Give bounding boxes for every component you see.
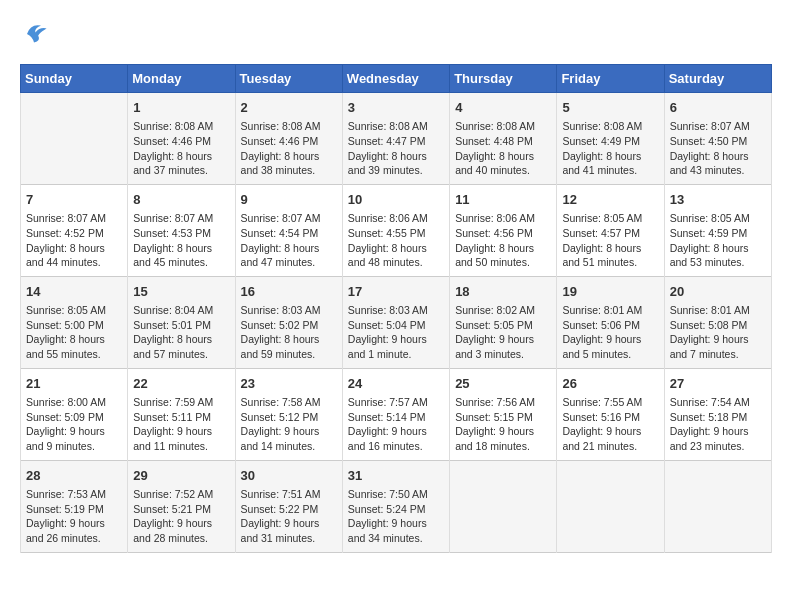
logo-icon: [20, 20, 48, 48]
calendar-cell: 26Sunrise: 7:55 AM Sunset: 5:16 PM Dayli…: [557, 368, 664, 460]
logo: [20, 20, 52, 48]
day-info: Sunrise: 8:07 AM Sunset: 4:53 PM Dayligh…: [133, 211, 229, 270]
day-number: 25: [455, 375, 551, 393]
day-info: Sunrise: 7:51 AM Sunset: 5:22 PM Dayligh…: [241, 487, 337, 546]
calendar-cell: 11Sunrise: 8:06 AM Sunset: 4:56 PM Dayli…: [450, 184, 557, 276]
day-info: Sunrise: 8:08 AM Sunset: 4:49 PM Dayligh…: [562, 119, 658, 178]
calendar-cell: 20Sunrise: 8:01 AM Sunset: 5:08 PM Dayli…: [664, 276, 771, 368]
day-info: Sunrise: 8:02 AM Sunset: 5:05 PM Dayligh…: [455, 303, 551, 362]
day-number: 15: [133, 283, 229, 301]
day-info: Sunrise: 8:07 AM Sunset: 4:50 PM Dayligh…: [670, 119, 766, 178]
calendar-cell: 9Sunrise: 8:07 AM Sunset: 4:54 PM Daylig…: [235, 184, 342, 276]
calendar-table: SundayMondayTuesdayWednesdayThursdayFrid…: [20, 64, 772, 553]
calendar-week-row: 21Sunrise: 8:00 AM Sunset: 5:09 PM Dayli…: [21, 368, 772, 460]
day-info: Sunrise: 7:53 AM Sunset: 5:19 PM Dayligh…: [26, 487, 122, 546]
calendar-cell: 17Sunrise: 8:03 AM Sunset: 5:04 PM Dayli…: [342, 276, 449, 368]
weekday-header-cell: Monday: [128, 65, 235, 93]
day-info: Sunrise: 8:05 AM Sunset: 4:57 PM Dayligh…: [562, 211, 658, 270]
day-info: Sunrise: 8:08 AM Sunset: 4:48 PM Dayligh…: [455, 119, 551, 178]
calendar-cell: 25Sunrise: 7:56 AM Sunset: 5:15 PM Dayli…: [450, 368, 557, 460]
day-info: Sunrise: 8:01 AM Sunset: 5:08 PM Dayligh…: [670, 303, 766, 362]
weekday-header-cell: Thursday: [450, 65, 557, 93]
day-info: Sunrise: 7:52 AM Sunset: 5:21 PM Dayligh…: [133, 487, 229, 546]
day-info: Sunrise: 8:08 AM Sunset: 4:46 PM Dayligh…: [133, 119, 229, 178]
calendar-cell: [450, 460, 557, 552]
calendar-cell: 27Sunrise: 7:54 AM Sunset: 5:18 PM Dayli…: [664, 368, 771, 460]
calendar-week-row: 14Sunrise: 8:05 AM Sunset: 5:00 PM Dayli…: [21, 276, 772, 368]
day-info: Sunrise: 8:05 AM Sunset: 5:00 PM Dayligh…: [26, 303, 122, 362]
calendar-cell: 30Sunrise: 7:51 AM Sunset: 5:22 PM Dayli…: [235, 460, 342, 552]
weekday-header-cell: Wednesday: [342, 65, 449, 93]
day-info: Sunrise: 8:05 AM Sunset: 4:59 PM Dayligh…: [670, 211, 766, 270]
calendar-week-row: 7Sunrise: 8:07 AM Sunset: 4:52 PM Daylig…: [21, 184, 772, 276]
calendar-cell: 14Sunrise: 8:05 AM Sunset: 5:00 PM Dayli…: [21, 276, 128, 368]
calendar-cell: 16Sunrise: 8:03 AM Sunset: 5:02 PM Dayli…: [235, 276, 342, 368]
day-number: 13: [670, 191, 766, 209]
day-info: Sunrise: 8:03 AM Sunset: 5:04 PM Dayligh…: [348, 303, 444, 362]
day-number: 21: [26, 375, 122, 393]
day-info: Sunrise: 7:56 AM Sunset: 5:15 PM Dayligh…: [455, 395, 551, 454]
calendar-cell: 2Sunrise: 8:08 AM Sunset: 4:46 PM Daylig…: [235, 93, 342, 185]
calendar-cell: 24Sunrise: 7:57 AM Sunset: 5:14 PM Dayli…: [342, 368, 449, 460]
day-info: Sunrise: 8:08 AM Sunset: 4:46 PM Dayligh…: [241, 119, 337, 178]
day-info: Sunrise: 7:50 AM Sunset: 5:24 PM Dayligh…: [348, 487, 444, 546]
day-info: Sunrise: 8:06 AM Sunset: 4:56 PM Dayligh…: [455, 211, 551, 270]
weekday-header-cell: Friday: [557, 65, 664, 93]
day-number: 1: [133, 99, 229, 117]
calendar-cell: 31Sunrise: 7:50 AM Sunset: 5:24 PM Dayli…: [342, 460, 449, 552]
calendar-cell: 3Sunrise: 8:08 AM Sunset: 4:47 PM Daylig…: [342, 93, 449, 185]
calendar-cell: 4Sunrise: 8:08 AM Sunset: 4:48 PM Daylig…: [450, 93, 557, 185]
calendar-cell: [664, 460, 771, 552]
day-number: 22: [133, 375, 229, 393]
day-number: 23: [241, 375, 337, 393]
day-info: Sunrise: 8:07 AM Sunset: 4:52 PM Dayligh…: [26, 211, 122, 270]
day-info: Sunrise: 7:54 AM Sunset: 5:18 PM Dayligh…: [670, 395, 766, 454]
calendar-cell: 13Sunrise: 8:05 AM Sunset: 4:59 PM Dayli…: [664, 184, 771, 276]
calendar-week-row: 1Sunrise: 8:08 AM Sunset: 4:46 PM Daylig…: [21, 93, 772, 185]
day-number: 29: [133, 467, 229, 485]
day-number: 11: [455, 191, 551, 209]
day-number: 4: [455, 99, 551, 117]
day-number: 2: [241, 99, 337, 117]
calendar-week-row: 28Sunrise: 7:53 AM Sunset: 5:19 PM Dayli…: [21, 460, 772, 552]
day-info: Sunrise: 8:08 AM Sunset: 4:47 PM Dayligh…: [348, 119, 444, 178]
calendar-cell: 21Sunrise: 8:00 AM Sunset: 5:09 PM Dayli…: [21, 368, 128, 460]
day-number: 24: [348, 375, 444, 393]
day-info: Sunrise: 7:58 AM Sunset: 5:12 PM Dayligh…: [241, 395, 337, 454]
day-info: Sunrise: 8:04 AM Sunset: 5:01 PM Dayligh…: [133, 303, 229, 362]
calendar-cell: 1Sunrise: 8:08 AM Sunset: 4:46 PM Daylig…: [128, 93, 235, 185]
calendar-cell: 10Sunrise: 8:06 AM Sunset: 4:55 PM Dayli…: [342, 184, 449, 276]
calendar-cell: [557, 460, 664, 552]
calendar-body: 1Sunrise: 8:08 AM Sunset: 4:46 PM Daylig…: [21, 93, 772, 553]
day-number: 8: [133, 191, 229, 209]
day-number: 19: [562, 283, 658, 301]
day-info: Sunrise: 8:00 AM Sunset: 5:09 PM Dayligh…: [26, 395, 122, 454]
day-number: 12: [562, 191, 658, 209]
day-info: Sunrise: 8:03 AM Sunset: 5:02 PM Dayligh…: [241, 303, 337, 362]
day-number: 14: [26, 283, 122, 301]
weekday-header-row: SundayMondayTuesdayWednesdayThursdayFrid…: [21, 65, 772, 93]
day-number: 30: [241, 467, 337, 485]
page-header: [20, 20, 772, 48]
calendar-cell: 7Sunrise: 8:07 AM Sunset: 4:52 PM Daylig…: [21, 184, 128, 276]
day-number: 31: [348, 467, 444, 485]
day-info: Sunrise: 7:59 AM Sunset: 5:11 PM Dayligh…: [133, 395, 229, 454]
day-number: 28: [26, 467, 122, 485]
day-info: Sunrise: 8:01 AM Sunset: 5:06 PM Dayligh…: [562, 303, 658, 362]
calendar-cell: 5Sunrise: 8:08 AM Sunset: 4:49 PM Daylig…: [557, 93, 664, 185]
day-number: 18: [455, 283, 551, 301]
weekday-header-cell: Saturday: [664, 65, 771, 93]
day-number: 3: [348, 99, 444, 117]
day-number: 16: [241, 283, 337, 301]
calendar-cell: 18Sunrise: 8:02 AM Sunset: 5:05 PM Dayli…: [450, 276, 557, 368]
day-number: 5: [562, 99, 658, 117]
day-info: Sunrise: 8:06 AM Sunset: 4:55 PM Dayligh…: [348, 211, 444, 270]
calendar-cell: 8Sunrise: 8:07 AM Sunset: 4:53 PM Daylig…: [128, 184, 235, 276]
day-number: 10: [348, 191, 444, 209]
calendar-cell: 29Sunrise: 7:52 AM Sunset: 5:21 PM Dayli…: [128, 460, 235, 552]
calendar-cell: 19Sunrise: 8:01 AM Sunset: 5:06 PM Dayli…: [557, 276, 664, 368]
day-number: 6: [670, 99, 766, 117]
calendar-cell: [21, 93, 128, 185]
day-info: Sunrise: 7:55 AM Sunset: 5:16 PM Dayligh…: [562, 395, 658, 454]
day-number: 7: [26, 191, 122, 209]
